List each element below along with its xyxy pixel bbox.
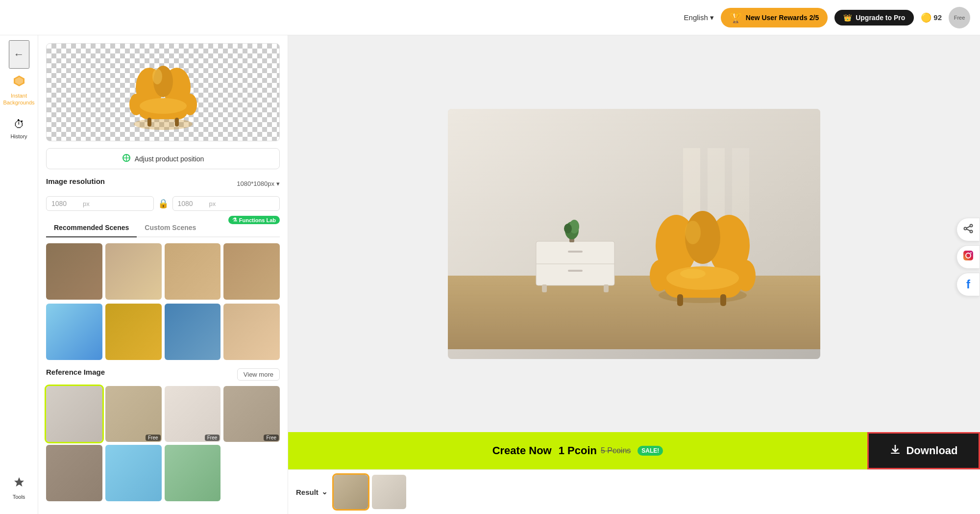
reference-image-label: Reference Image <box>46 368 105 376</box>
upgrade-label: Upgrade to Pro <box>856 14 905 22</box>
tab-recommended-scenes[interactable]: Recommended Scenes <box>46 219 137 237</box>
svg-rect-32 <box>568 251 583 253</box>
rewards-label: New User Rewards 2/5 <box>746 14 819 22</box>
ref-thumb-2[interactable]: Free <box>105 386 162 442</box>
free-badge-3: Free <box>205 435 220 441</box>
svg-point-49 <box>685 221 701 244</box>
create-now-label: Create Now <box>492 444 552 457</box>
svg-line-56 <box>967 226 970 228</box>
coin-icon: 🟡 <box>921 12 931 23</box>
sidebar-item-tools[interactable]: Tools <box>9 470 29 506</box>
resolution-value: 1080*1080px <box>237 180 274 187</box>
rewards-button[interactable]: 🏆 New User Rewards 2/5 <box>721 8 828 27</box>
svg-point-47 <box>666 266 739 290</box>
result-thumb-1[interactable] <box>334 475 368 509</box>
price-info: 1 Pcoin 5 Pcoins <box>559 444 631 457</box>
svg-rect-11 <box>147 118 151 127</box>
svg-rect-19 <box>448 276 820 349</box>
instagram-icon <box>962 250 974 264</box>
svg-rect-58 <box>963 251 973 260</box>
ref-thumb-5[interactable] <box>46 445 102 501</box>
svg-point-54 <box>964 227 967 230</box>
free-badge-2: Free <box>146 435 161 441</box>
upgrade-button[interactable]: 👑 Upgrade to Pro <box>834 10 914 26</box>
view-more-button[interactable]: View more <box>237 368 280 381</box>
download-label: Download <box>906 444 957 457</box>
scenes-tabs: Recommended Scenes Custom Scenes ⚗ Funct… <box>46 219 280 237</box>
free-badge-4: Free <box>264 435 279 441</box>
resolution-label: Image resolution <box>46 177 105 185</box>
scene-thumb-3[interactable] <box>165 243 221 300</box>
adjust-position-button[interactable]: Adjust product position <box>46 148 280 169</box>
width-px-label: px <box>83 200 90 207</box>
result-thumbnails <box>334 475 406 509</box>
svg-point-60 <box>970 252 971 253</box>
language-selector[interactable]: English ▾ <box>684 13 714 22</box>
product-preview <box>46 43 280 141</box>
height-px-label: px <box>209 200 216 207</box>
coins-button[interactable]: 🟡 92 <box>921 12 942 23</box>
download-icon <box>889 443 901 458</box>
svg-line-57 <box>967 229 970 231</box>
ref-thumb-1[interactable] <box>46 386 102 442</box>
svg-point-13 <box>152 69 162 84</box>
ref-thumb-3[interactable]: Free <box>165 386 221 442</box>
history-icon: ⏱ <box>14 118 24 131</box>
create-now-button[interactable]: Create Now 1 Pcoin 5 Pcoins SALE! <box>288 432 867 469</box>
result-toggle-button[interactable]: Result ⌄ <box>296 488 328 496</box>
scene-thumb-2[interactable] <box>105 243 162 300</box>
resolution-select-button[interactable]: 1080*1080px ▾ <box>237 180 280 187</box>
avatar-button[interactable]: Free <box>949 7 970 28</box>
tools-icon <box>13 476 25 491</box>
svg-point-3 <box>134 118 193 130</box>
height-input[interactable] <box>178 200 207 207</box>
width-input[interactable] <box>51 200 81 207</box>
width-input-wrap: px <box>46 196 154 211</box>
sidebar: ← InstantBackgrounds ⏱ History <box>0 35 38 514</box>
share-button[interactable] <box>956 218 980 241</box>
price-current: 1 Pcoin <box>559 444 597 457</box>
scene-thumb-7[interactable] <box>165 304 221 360</box>
product-image <box>114 48 212 136</box>
ref-thumb-6[interactable] <box>105 445 162 501</box>
exit-icon: ← <box>14 48 24 60</box>
header-right: English ▾ 🏆 New User Rewards 2/5 👑 Upgra… <box>684 7 970 28</box>
chevron-down-result-icon: ⌄ <box>321 488 328 496</box>
scene-thumb-8[interactable] <box>223 304 280 360</box>
exit-button[interactable]: ← <box>9 40 29 69</box>
image-resolution-row: Image resolution 1080*1080px ▾ <box>46 177 280 190</box>
action-bar: Create Now 1 Pcoin 5 Pcoins SALE! Downlo… <box>288 432 980 469</box>
language-label: English <box>684 13 708 22</box>
ref-thumb-4[interactable]: Free <box>223 386 280 442</box>
result-thumb-2[interactable] <box>372 475 406 509</box>
flask-icon: ⚗ <box>232 217 237 223</box>
scene-thumb-4[interactable] <box>223 243 280 300</box>
facebook-button[interactable]: f <box>956 273 980 296</box>
svg-rect-29 <box>536 241 614 285</box>
ref-image-grid: Free Free Free <box>46 386 280 502</box>
sidebar-item-history[interactable]: ⏱ History <box>0 112 38 146</box>
svg-point-39 <box>564 224 572 233</box>
scene-thumb-5[interactable] <box>46 304 102 360</box>
svg-point-45 <box>650 260 669 291</box>
instagram-button[interactable] <box>956 245 980 269</box>
download-button[interactable]: Download <box>867 432 980 469</box>
main-content: Create Now 1 Pcoin 5 Pcoins SALE! Downlo… <box>288 35 980 514</box>
svg-point-10 <box>140 98 187 114</box>
chevron-down-icon: ▾ <box>710 13 714 22</box>
tab-custom-scenes[interactable]: Custom Scenes <box>137 219 204 237</box>
main-body: ← InstantBackgrounds ⏱ History <box>0 35 980 514</box>
right-float-buttons: f <box>956 218 980 296</box>
ref-thumb-7[interactable] <box>165 445 221 501</box>
sidebar-item-instant-backgrounds[interactable]: InstantBackgrounds <box>0 69 38 112</box>
scene-thumb-6[interactable] <box>105 304 162 360</box>
header: English ▾ 🏆 New User Rewards 2/5 👑 Upgra… <box>0 0 980 35</box>
scene-thumb-1[interactable] <box>46 243 102 300</box>
left-panel: Adjust product position Image resolution… <box>38 35 288 514</box>
svg-rect-33 <box>568 270 583 272</box>
preview-image-container <box>448 109 820 359</box>
chevron-down-icon: ▾ <box>276 180 280 187</box>
result-label: Result <box>296 488 318 496</box>
price-original: 5 Pcoins <box>601 446 631 455</box>
scene-svg <box>448 109 820 349</box>
